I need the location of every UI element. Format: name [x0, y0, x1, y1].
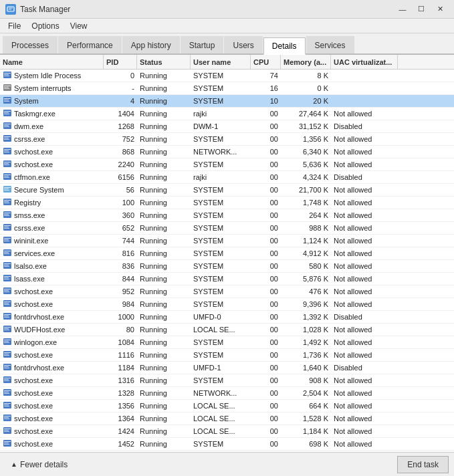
- col-header-pid[interactable]: PID: [104, 55, 137, 69]
- table-row[interactable]: svchost.exe1116RunningSYSTEM001,736 KNot…: [0, 349, 454, 362]
- table-row[interactable]: System4RunningSYSTEM1020 K: [0, 95, 454, 108]
- fewer-details-button[interactable]: ▲ Fewer details: [5, 457, 73, 472]
- end-task-button[interactable]: End task: [397, 456, 449, 473]
- cell-cpu: 00: [251, 186, 281, 194]
- cell-pid: 1316: [104, 376, 137, 384]
- table-body[interactable]: System Idle Process0RunningSYSTEM748 KSy…: [0, 70, 454, 452]
- tab-services[interactable]: Services: [306, 36, 354, 53]
- svg-rect-63: [3, 262, 11, 269]
- table-row[interactable]: csrss.exe752RunningSYSTEM001,356 KNot al…: [0, 133, 454, 146]
- table-row[interactable]: wininit.exe744RunningSYSTEM001,124 KNot …: [0, 235, 454, 247]
- cell-status: Running: [137, 72, 191, 80]
- minimize-button[interactable]: —: [394, 3, 411, 16]
- table-row[interactable]: Registry100RunningSYSTEM001,748 KNot all…: [0, 197, 454, 209]
- cell-uac: Disabled: [331, 122, 398, 130]
- table-row[interactable]: svchost.exe2240RunningSYSTEM005,636 KNot…: [0, 158, 454, 171]
- table-row[interactable]: svchost.exe1364RunningLOCAL SE...001,528…: [0, 412, 454, 425]
- cell-pid: 100: [104, 199, 137, 207]
- process-icon: [3, 96, 12, 106]
- tab-performance[interactable]: Performance: [58, 36, 122, 53]
- cell-pid: 652: [104, 224, 137, 232]
- cell-uac: Not allowed: [331, 414, 398, 423]
- cell-uac: Not allowed: [331, 389, 398, 397]
- process-icon: [3, 325, 12, 334]
- process-icon: [3, 439, 12, 449]
- svg-rect-47: [3, 211, 11, 218]
- tab-processes[interactable]: Processes: [3, 36, 58, 53]
- cell-memory: 1,528 K: [281, 414, 331, 423]
- menu-view[interactable]: View: [65, 20, 93, 32]
- process-icon: [3, 147, 12, 156]
- col-header-memory[interactable]: Memory (a...: [281, 55, 331, 69]
- col-header-uac[interactable]: UAC virtualizat...: [331, 55, 398, 69]
- table-row[interactable]: services.exe816RunningSYSTEM004,912 KNot…: [0, 247, 454, 260]
- table-row[interactable]: svchost.exe1356RunningLOCAL SE...00664 K…: [0, 400, 454, 412]
- table-row[interactable]: Secure System56RunningSYSTEM0021,700 KNo…: [0, 184, 454, 197]
- table-row[interactable]: ctfmon.exe6156Runningrajki004,324 KDisab…: [0, 171, 454, 184]
- window-controls: — ☐ ✕: [394, 3, 449, 16]
- col-header-name[interactable]: Name: [0, 55, 104, 69]
- cell-uac: Not allowed: [331, 199, 398, 207]
- table-row[interactable]: csrss.exe652RunningSYSTEM00988 KNot allo…: [0, 222, 454, 235]
- table-row[interactable]: svchost.exe1328RunningNETWORK...002,504 …: [0, 387, 454, 400]
- cell-status: Running: [137, 262, 191, 270]
- cell-pid: 6156: [104, 173, 137, 181]
- process-name: svchost.exe: [14, 402, 53, 410]
- process-icon: [3, 261, 12, 271]
- close-button[interactable]: ✕: [431, 3, 449, 16]
- cell-name: fontdrvhost.exe: [0, 363, 104, 372]
- cell-username: LOCAL SE...: [191, 427, 251, 435]
- cell-status: Running: [137, 389, 191, 397]
- cell-name: Taskmgr.exe: [0, 109, 104, 118]
- table-row[interactable]: svchost.exe1424RunningLOCAL SE...001,184…: [0, 425, 454, 438]
- table-row[interactable]: Taskmgr.exe1404Runningrajki0027,464 KNot…: [0, 108, 454, 120]
- table-row[interactable]: svchost.exe984RunningSYSTEM009,396 KNot …: [0, 298, 454, 311]
- tab-startup[interactable]: Startup: [181, 36, 224, 53]
- cell-username: NETWORK...: [191, 389, 251, 397]
- col-header-status[interactable]: Status: [137, 55, 191, 69]
- cell-pid: -: [104, 84, 137, 92]
- cell-pid: 1452: [104, 440, 137, 448]
- table-row[interactable]: winlogon.exe1084RunningSYSTEM001,492 KNo…: [0, 336, 454, 349]
- cell-status: Running: [137, 313, 191, 321]
- cell-name: winlogon.exe: [0, 338, 104, 347]
- table-row[interactable]: lsass.exe844RunningSYSTEM005,876 KNot al…: [0, 273, 454, 285]
- cell-username: rajki: [191, 173, 251, 181]
- menu-options[interactable]: Options: [26, 20, 64, 32]
- cell-cpu: 00: [251, 364, 281, 372]
- cell-memory: 4,324 K: [281, 173, 331, 181]
- process-name: ctfmon.exe: [14, 173, 50, 181]
- table-row[interactable]: svchost.exe952RunningSYSTEM00476 KNot al…: [0, 285, 454, 298]
- table-row[interactable]: svchost.exe1316RunningSYSTEM00908 KNot a…: [0, 374, 454, 387]
- cell-memory: 21,700 K: [281, 186, 331, 194]
- cell-username: LOCAL SE...: [191, 414, 251, 423]
- process-icon: [3, 172, 12, 182]
- cell-uac: Not allowed: [331, 300, 398, 308]
- maximize-button[interactable]: ☐: [413, 3, 430, 16]
- table-row[interactable]: fontdrvhost.exe1184RunningUMFD-1001,640 …: [0, 362, 454, 374]
- menu-file[interactable]: File: [3, 20, 26, 32]
- tab-users[interactable]: Users: [224, 36, 262, 53]
- table-row[interactable]: svchost.exe868RunningNETWORK...006,340 K…: [0, 146, 454, 158]
- table-row[interactable]: fontdrvhost.exe1000RunningUMFD-0001,392 …: [0, 311, 454, 324]
- svg-rect-99: [3, 376, 11, 383]
- cell-username: SYSTEM: [191, 338, 251, 346]
- tab-details[interactable]: Details: [263, 37, 306, 55]
- table-row[interactable]: WUDFHost.exe80RunningLOCAL SE...001,028 …: [0, 324, 454, 336]
- chevron-up-icon: ▲: [11, 461, 17, 468]
- col-header-username[interactable]: User name: [191, 55, 251, 69]
- cell-name: svchost.exe: [0, 427, 104, 436]
- process-icon: [3, 401, 12, 410]
- table-row[interactable]: System interrupts-RunningSYSTEM160 K: [0, 82, 454, 95]
- app-icon: [5, 4, 16, 15]
- table-row[interactable]: smss.exe360RunningSYSTEM00264 KNot allow…: [0, 209, 454, 222]
- cell-cpu: 00: [251, 148, 281, 156]
- table-row[interactable]: System Idle Process0RunningSYSTEM748 K: [0, 70, 454, 82]
- col-header-cpu[interactable]: CPU: [251, 55, 281, 69]
- tab-app-history[interactable]: App history: [122, 36, 180, 53]
- table-row[interactable]: lsalso.exe836RunningSYSTEM00580 KNot all…: [0, 260, 454, 273]
- cell-username: UMFD-0: [191, 313, 251, 321]
- svg-rect-59: [3, 249, 11, 256]
- table-row[interactable]: svchost.exe1452RunningSYSTEM00698 KNot a…: [0, 438, 454, 451]
- table-row[interactable]: dwm.exe1268RunningDWM-10031,152 KDisable…: [0, 120, 454, 133]
